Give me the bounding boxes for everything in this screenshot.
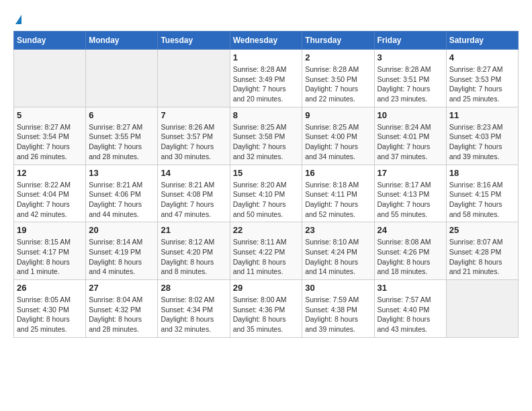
calendar-cell: 9Sunrise: 8:25 AM Sunset: 4:00 PM Daylig…: [302, 107, 374, 165]
calendar-cell: 21Sunrise: 8:12 AM Sunset: 4:20 PM Dayli…: [158, 222, 230, 280]
calendar-cell: 11Sunrise: 8:23 AM Sunset: 4:03 PM Dayli…: [446, 107, 518, 165]
day-number: 10: [378, 110, 443, 120]
weekday-header: Wednesday: [230, 32, 302, 50]
calendar-cell: 24Sunrise: 8:08 AM Sunset: 4:26 PM Dayli…: [374, 222, 446, 280]
day-info: Sunrise: 8:20 AM Sunset: 4:10 PM Dayligh…: [233, 180, 300, 220]
calendar-cell: 15Sunrise: 8:20 AM Sunset: 4:10 PM Dayli…: [230, 165, 302, 222]
day-info: Sunrise: 8:21 AM Sunset: 4:06 PM Dayligh…: [89, 180, 154, 220]
day-number: 29: [233, 283, 300, 293]
day-info: Sunrise: 8:07 AM Sunset: 4:28 PM Dayligh…: [449, 237, 515, 277]
calendar-cell: 23Sunrise: 8:10 AM Sunset: 4:24 PM Dayli…: [302, 222, 374, 280]
day-number: 26: [17, 283, 83, 293]
day-number: 24: [378, 225, 443, 235]
weekday-header: Tuesday: [158, 32, 230, 50]
day-number: 17: [378, 168, 443, 178]
day-info: Sunrise: 8:12 AM Sunset: 4:20 PM Dayligh…: [161, 237, 226, 277]
day-number: 6: [89, 110, 154, 120]
calendar-cell: 27Sunrise: 8:04 AM Sunset: 4:32 PM Dayli…: [86, 280, 158, 338]
day-number: 20: [89, 225, 154, 235]
day-number: 15: [233, 168, 300, 178]
day-number: 8: [233, 110, 300, 120]
calendar-cell: 12Sunrise: 8:22 AM Sunset: 4:04 PM Dayli…: [14, 165, 86, 222]
day-number: 28: [161, 283, 226, 293]
calendar-cell: 3Sunrise: 8:28 AM Sunset: 3:51 PM Daylig…: [374, 50, 446, 107]
calendar-cell: 5Sunrise: 8:27 AM Sunset: 3:54 PM Daylig…: [14, 107, 86, 165]
calendar-week-row: 19Sunrise: 8:15 AM Sunset: 4:17 PM Dayli…: [14, 222, 519, 280]
calendar-cell: [14, 50, 86, 107]
day-info: Sunrise: 8:14 AM Sunset: 4:19 PM Dayligh…: [89, 237, 154, 277]
day-info: Sunrise: 8:25 AM Sunset: 4:00 PM Dayligh…: [305, 122, 371, 162]
day-number: 3: [378, 52, 443, 62]
day-number: 13: [89, 168, 154, 178]
calendar-week-row: 26Sunrise: 8:05 AM Sunset: 4:30 PM Dayli…: [14, 280, 519, 338]
day-number: 19: [17, 225, 83, 235]
day-number: 30: [305, 283, 371, 293]
day-info: Sunrise: 7:59 AM Sunset: 4:38 PM Dayligh…: [305, 295, 371, 334]
calendar-week-row: 5Sunrise: 8:27 AM Sunset: 3:54 PM Daylig…: [14, 107, 519, 165]
calendar-cell: 7Sunrise: 8:26 AM Sunset: 3:57 PM Daylig…: [158, 107, 230, 165]
day-info: Sunrise: 8:10 AM Sunset: 4:24 PM Dayligh…: [305, 237, 371, 277]
day-number: 14: [161, 168, 226, 178]
day-number: 31: [378, 283, 443, 293]
day-info: Sunrise: 8:28 AM Sunset: 3:50 PM Dayligh…: [305, 64, 371, 104]
day-number: 21: [161, 225, 226, 235]
calendar-cell: 19Sunrise: 8:15 AM Sunset: 4:17 PM Dayli…: [14, 222, 86, 280]
day-info: Sunrise: 8:23 AM Sunset: 4:03 PM Dayligh…: [449, 122, 515, 162]
day-info: Sunrise: 8:15 AM Sunset: 4:17 PM Dayligh…: [17, 237, 83, 277]
weekday-header: Friday: [374, 32, 446, 50]
day-info: Sunrise: 8:27 AM Sunset: 3:55 PM Dayligh…: [89, 122, 154, 162]
calendar-cell: 8Sunrise: 8:25 AM Sunset: 3:58 PM Daylig…: [230, 107, 302, 165]
day-number: 5: [17, 110, 83, 120]
weekday-header: Sunday: [14, 32, 86, 50]
calendar-cell: 31Sunrise: 7:57 AM Sunset: 4:40 PM Dayli…: [374, 280, 446, 338]
day-info: Sunrise: 8:08 AM Sunset: 4:26 PM Dayligh…: [378, 237, 443, 277]
day-info: Sunrise: 8:18 AM Sunset: 4:11 PM Dayligh…: [305, 180, 371, 220]
calendar-cell: 4Sunrise: 8:27 AM Sunset: 3:53 PM Daylig…: [446, 50, 518, 107]
calendar-cell: [158, 50, 230, 107]
day-number: 23: [305, 225, 371, 235]
calendar-cell: 1Sunrise: 8:28 AM Sunset: 3:49 PM Daylig…: [230, 50, 302, 107]
calendar-cell: 18Sunrise: 8:16 AM Sunset: 4:15 PM Dayli…: [446, 165, 518, 222]
day-number: 4: [449, 52, 515, 62]
day-info: Sunrise: 8:11 AM Sunset: 4:22 PM Dayligh…: [233, 237, 300, 277]
calendar-cell: [446, 280, 518, 338]
weekday-header: Thursday: [302, 32, 374, 50]
calendar-cell: 14Sunrise: 8:21 AM Sunset: 4:08 PM Dayli…: [158, 165, 230, 222]
calendar-cell: 25Sunrise: 8:07 AM Sunset: 4:28 PM Dayli…: [446, 222, 518, 280]
day-info: Sunrise: 8:24 AM Sunset: 4:01 PM Dayligh…: [378, 122, 443, 162]
calendar-cell: 17Sunrise: 8:17 AM Sunset: 4:13 PM Dayli…: [374, 165, 446, 222]
day-number: 11: [449, 110, 515, 120]
calendar-cell: 13Sunrise: 8:21 AM Sunset: 4:06 PM Dayli…: [86, 165, 158, 222]
calendar-cell: 26Sunrise: 8:05 AM Sunset: 4:30 PM Dayli…: [14, 280, 86, 338]
calendar-cell: 6Sunrise: 8:27 AM Sunset: 3:55 PM Daylig…: [86, 107, 158, 165]
day-info: Sunrise: 8:28 AM Sunset: 3:51 PM Dayligh…: [378, 64, 443, 104]
day-info: Sunrise: 8:00 AM Sunset: 4:36 PM Dayligh…: [233, 295, 300, 334]
calendar-cell: 30Sunrise: 7:59 AM Sunset: 4:38 PM Dayli…: [302, 280, 374, 338]
day-info: Sunrise: 8:05 AM Sunset: 4:30 PM Dayligh…: [17, 295, 83, 334]
calendar-cell: 20Sunrise: 8:14 AM Sunset: 4:19 PM Dayli…: [86, 222, 158, 280]
day-number: 12: [17, 168, 83, 178]
day-number: 22: [233, 225, 300, 235]
calendar-cell: [86, 50, 158, 107]
day-info: Sunrise: 8:28 AM Sunset: 3:49 PM Dayligh…: [233, 64, 300, 104]
calendar-cell: 16Sunrise: 8:18 AM Sunset: 4:11 PM Dayli…: [302, 165, 374, 222]
day-number: 1: [233, 52, 300, 62]
day-info: Sunrise: 8:22 AM Sunset: 4:04 PM Dayligh…: [17, 180, 83, 220]
calendar-cell: 22Sunrise: 8:11 AM Sunset: 4:22 PM Dayli…: [230, 222, 302, 280]
day-info: Sunrise: 8:17 AM Sunset: 4:13 PM Dayligh…: [378, 180, 443, 220]
day-info: Sunrise: 8:16 AM Sunset: 4:15 PM Dayligh…: [449, 180, 515, 220]
calendar-cell: 29Sunrise: 8:00 AM Sunset: 4:36 PM Dayli…: [230, 280, 302, 338]
day-info: Sunrise: 8:25 AM Sunset: 3:58 PM Dayligh…: [233, 122, 300, 162]
calendar-cell: 2Sunrise: 8:28 AM Sunset: 3:50 PM Daylig…: [302, 50, 374, 107]
calendar-week-row: 12Sunrise: 8:22 AM Sunset: 4:04 PM Dayli…: [14, 165, 519, 222]
calendar-cell: 28Sunrise: 8:02 AM Sunset: 4:34 PM Dayli…: [158, 280, 230, 338]
day-number: 2: [305, 52, 371, 62]
logo: [13, 13, 21, 24]
day-number: 27: [89, 283, 154, 293]
calendar-cell: 10Sunrise: 8:24 AM Sunset: 4:01 PM Dayli…: [374, 107, 446, 165]
calendar-week-row: 1Sunrise: 8:28 AM Sunset: 3:49 PM Daylig…: [14, 50, 519, 107]
calendar-table: SundayMondayTuesdayWednesdayThursdayFrid…: [13, 31, 519, 338]
day-info: Sunrise: 8:04 AM Sunset: 4:32 PM Dayligh…: [89, 295, 154, 334]
page-header: [13, 13, 519, 24]
day-info: Sunrise: 7:57 AM Sunset: 4:40 PM Dayligh…: [378, 295, 443, 334]
